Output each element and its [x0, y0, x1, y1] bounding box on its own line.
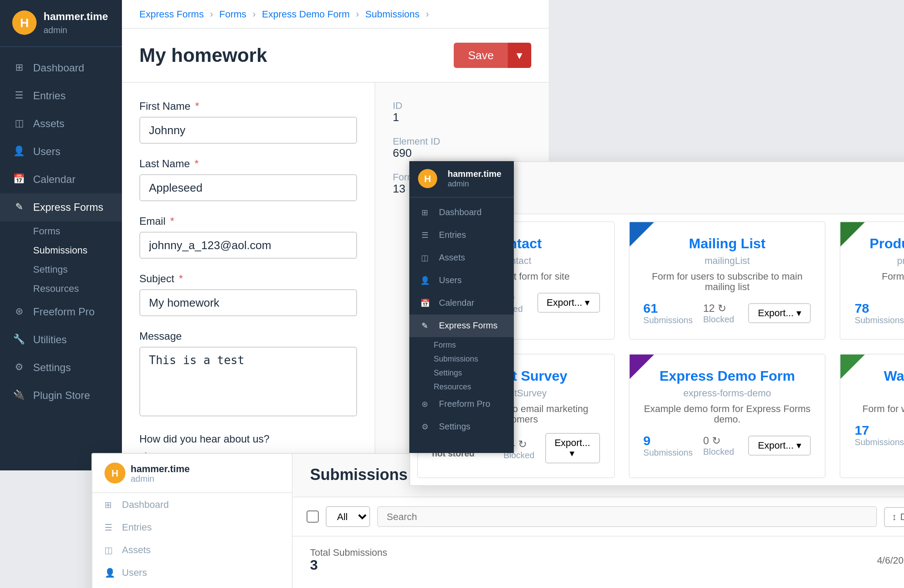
overlay-nav-settings[interactable]: ⚙ Settings	[409, 415, 514, 438]
chart-total-value: 3	[310, 558, 387, 573]
form-card-handle: productRegistration	[855, 255, 904, 266]
form-card-mailing-list: Mailing List mailingList Form for users …	[628, 221, 826, 340]
subject-input[interactable]	[139, 289, 357, 316]
select-all-checkbox[interactable]	[307, 510, 319, 523]
last-name-label: Last Name *	[139, 158, 357, 170]
export-button[interactable]: Export... ▾	[749, 303, 811, 323]
sub-nav-dashboard-icon: ⊞	[105, 500, 117, 509]
sidebar-sub-submissions[interactable]: Submissions	[0, 240, 122, 259]
overlay-sub-submissions[interactable]: Submissions	[409, 351, 514, 365]
overlay-sub-settings[interactable]: Settings	[409, 365, 514, 378]
overlay-nav-freeform[interactable]: ⊛ Freeform Pro	[409, 392, 514, 415]
sidebar-label: Plugin Store	[33, 389, 90, 401]
overlay-sidebar: H hammer.time admin ⊞ Dashboard ☰ Entrie…	[409, 161, 514, 453]
last-name-required: *	[195, 158, 199, 170]
sidebar-sub-resources[interactable]: Resources	[0, 278, 122, 297]
sidebar-item-assets[interactable]: ◫ Assets	[0, 109, 122, 137]
export-button[interactable]: Export... ▾	[749, 435, 811, 455]
sort-icon: ↕	[892, 511, 897, 522]
email-input[interactable]	[139, 232, 357, 259]
overlay-nav-calendar[interactable]: 📅 Calendar	[409, 291, 514, 314]
save-dropdown-button[interactable]: ▾	[508, 43, 531, 68]
overlay-brand-logo: H	[418, 169, 437, 189]
form-card-handle: mailingList	[643, 255, 811, 266]
sub-nav-dashboard[interactable]: ⊞Dashboard	[92, 493, 292, 516]
message-label: Message	[139, 330, 357, 342]
form-card-title[interactable]: Express Demo Form	[643, 368, 811, 384]
filter-select[interactable]: All	[326, 506, 370, 527]
overlay-brand[interactable]: H hammer.time admin	[409, 161, 514, 197]
overlay-freeform-icon: ⊛	[418, 397, 432, 411]
meta-element-id-row: Element ID 690	[393, 136, 531, 159]
brand[interactable]: H hammer.time admin	[0, 0, 122, 47]
breadcrumb-submissions[interactable]: Submissions	[365, 9, 420, 19]
sidebar-sub-settings[interactable]: Settings	[0, 259, 122, 278]
overlay-brand-name: hammer.time	[448, 168, 501, 179]
sidebar-item-dashboard[interactable]: ⊞ Dashboard	[0, 54, 122, 81]
overlay-nav-entries[interactable]: ☰ Entries	[409, 223, 514, 246]
overlay-nav-express-forms[interactable]: ✎ Express Forms	[409, 314, 514, 337]
corner-triangle	[629, 355, 654, 379]
sidebar-item-express-forms[interactable]: ✎ Express Forms	[0, 193, 122, 221]
sub-nav-assets[interactable]: ◫Assets	[92, 538, 292, 561]
corner-triangle	[629, 222, 654, 247]
overlay-sub-forms[interactable]: Forms	[409, 337, 514, 351]
sidebar-label: Express Forms	[33, 201, 103, 213]
sidebar-item-users[interactable]: 👤 Users	[0, 137, 122, 165]
subject-field-group: Subject *	[139, 273, 357, 316]
form-card-product-registration: Product Registration productRegistration…	[840, 221, 904, 340]
email-field-group: Email *	[139, 215, 357, 259]
sidebar-label: Settings	[33, 361, 71, 373]
sidebar-item-plugin[interactable]: 🔌 Plugin Store	[0, 381, 122, 409]
overlay-nav-assets[interactable]: ◫ Assets	[409, 246, 514, 269]
sidebar-item-entries[interactable]: ☰ Entries	[0, 81, 122, 109]
message-input[interactable]: This is a test	[139, 347, 357, 416]
chart-total-label: Total Submissions	[310, 547, 387, 558]
first-name-label: First Name *	[139, 100, 357, 112]
breadcrumb-forms[interactable]: Forms	[219, 9, 246, 19]
sidebar-item-calendar[interactable]: 📅 Calendar	[0, 165, 122, 193]
export-button[interactable]: Export... ▾	[537, 292, 600, 312]
last-name-field-group: Last Name *	[139, 158, 357, 201]
save-button[interactable]: Save	[454, 43, 508, 68]
overlay-entries-icon: ☰	[418, 228, 432, 242]
form-card-express-demo: Express Demo Form express-forms-demo Exa…	[628, 354, 826, 478]
sub-nav-calendar[interactable]: 📅Calendar	[92, 584, 292, 588]
chart-canvas: 3 2 0	[310, 580, 904, 588]
stat-submissions: 17 Submissions	[855, 422, 904, 447]
overlay-assets-icon: ◫	[418, 250, 432, 264]
last-name-input[interactable]	[139, 174, 357, 201]
form-card-stats: 61 Submissions 12 ↻ Blocked Export... ▾	[643, 301, 811, 325]
sub-nav-entries[interactable]: ☰Entries	[92, 516, 292, 538]
breadcrumb: Express Forms › Forms › Express Demo For…	[122, 0, 549, 29]
search-input[interactable]	[377, 506, 877, 527]
freeform-icon: ⊛	[12, 304, 26, 318]
overlay-nav: ⊞ Dashboard ☰ Entries ◫ Assets 👤 Users 📅…	[409, 197, 514, 441]
brand-role: admin	[44, 24, 108, 35]
sidebar-item-freeform[interactable]: ⊛ Freeform Pro	[0, 297, 122, 325]
form-card-handle: warrantyClaims	[855, 388, 904, 398]
page-title: My homework	[139, 44, 267, 67]
sidebar-sub-forms[interactable]: Forms	[0, 221, 122, 240]
form-card-title[interactable]: Mailing List	[643, 236, 811, 252]
assets-icon: ◫	[12, 116, 26, 130]
overlay-settings-icon: ⚙	[418, 419, 432, 433]
sort-button[interactable]: ↕ Date Created ▾	[884, 507, 904, 527]
overlay-dashboard-icon: ⊞	[418, 205, 432, 219]
entries-icon: ☰	[12, 88, 26, 102]
overlay-nav-users[interactable]: 👤 Users	[409, 269, 514, 291]
sidebar-item-settings[interactable]: ⚙ Settings	[0, 353, 122, 381]
first-name-input[interactable]	[139, 117, 357, 144]
meta-id-value: 1	[393, 111, 531, 124]
breadcrumb-express-forms[interactable]: Express Forms	[139, 9, 204, 19]
sub-sidebar-brand[interactable]: H hammer.time admin	[92, 454, 292, 493]
sidebar-label: Entries	[33, 89, 66, 101]
sidebar-label: Utilities	[33, 333, 67, 345]
stat-blocked: 12 ↻ Blocked	[703, 301, 734, 324]
export-button[interactable]: Export... ▾	[545, 433, 600, 463]
overlay-sub-resources[interactable]: Resources	[409, 378, 514, 392]
sidebar-item-utilities[interactable]: 🔧 Utilities	[0, 325, 122, 353]
sub-nav-users[interactable]: 👤Users	[92, 561, 292, 584]
overlay-nav-dashboard[interactable]: ⊞ Dashboard	[409, 201, 514, 223]
breadcrumb-express-demo[interactable]: Express Demo Form	[262, 9, 350, 19]
